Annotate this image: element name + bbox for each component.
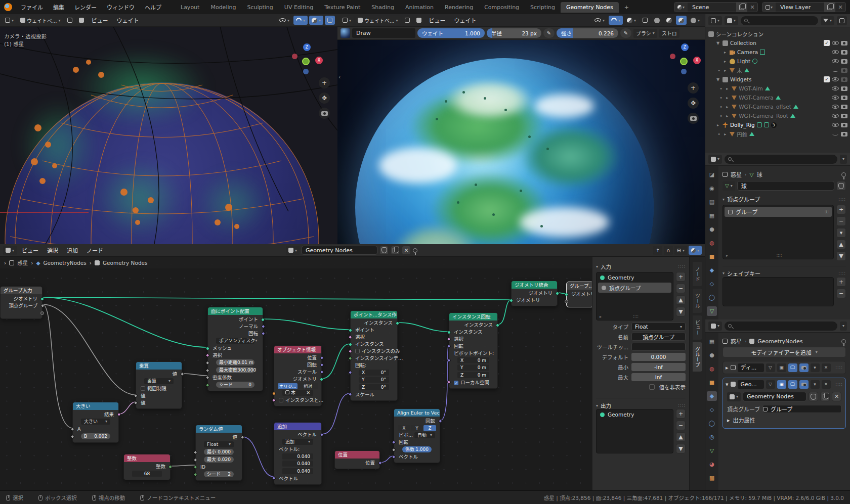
outliner-row-wgt-camera[interactable]: •▸WGT-Camera — [708, 93, 850, 102]
input-vertex-group-field[interactable]: グループ — [762, 405, 841, 413]
vertex-groups-panel-header[interactable]: ▾頂点グループ:::: — [722, 194, 846, 205]
unlink-button[interactable]: ✕ — [402, 246, 411, 255]
tab-animation[interactable]: Animation — [400, 2, 439, 13]
output-geometry-item[interactable]: Geometry — [597, 409, 673, 420]
tab-world[interactable]: ◍ — [707, 238, 717, 248]
tab-modifiers[interactable]: ◆ — [707, 391, 717, 401]
expand-icon[interactable]: ▸ — [726, 364, 729, 371]
exclude-checkbox[interactable]: ✓ — [824, 76, 830, 82]
eye-icon[interactable] — [832, 59, 839, 63]
socket-geometry-out[interactable] — [320, 378, 323, 381]
eye-icon[interactable] — [832, 77, 839, 81]
outliner-row-cone[interactable]: •▸円錐 — [708, 129, 850, 139]
tab-tool[interactable]: ツール — [693, 289, 702, 313]
fake-user-button[interactable] — [379, 246, 389, 255]
mesh-data-dropdown[interactable]: ▽▾ — [722, 181, 735, 191]
output-attributes-expand[interactable]: ▸ — [727, 417, 730, 424]
tooltip-field[interactable] — [631, 343, 686, 351]
eye-icon[interactable] — [832, 105, 839, 109]
eye-icon[interactable] — [832, 123, 839, 127]
axis-x-neg[interactable] — [670, 54, 675, 59]
min-value-field[interactable]: -inf — [631, 363, 686, 371]
remove-vertex-group-button[interactable]: − — [836, 216, 846, 226]
view-layer-name[interactable]: View Layer — [776, 4, 824, 11]
socket-object-in[interactable] — [272, 392, 276, 395]
realtime-toggle[interactable]: 🖵 — [788, 380, 797, 389]
tab-layout[interactable]: Layout — [175, 2, 205, 13]
breadcrumb-object[interactable]: 惑星 — [731, 170, 742, 178]
tab-object-data[interactable]: ▽ — [707, 446, 717, 455]
xray-toggle[interactable] — [640, 16, 650, 25]
pin-icon[interactable] — [841, 339, 846, 344]
strength-slider[interactable]: 強さ0.226 — [557, 28, 618, 38]
menu-view[interactable]: ビュー — [426, 16, 449, 24]
tab-object[interactable]: ■ — [707, 252, 717, 261]
tab-uv-editing[interactable]: UV Editing — [279, 2, 319, 13]
menu-render[interactable]: レンダー — [70, 2, 101, 13]
axis-z[interactable]: Z — [681, 43, 689, 51]
tab-render[interactable]: ◉ — [707, 184, 717, 193]
node-position[interactable]: 位置 位置 — [334, 450, 380, 469]
node-rotate-instances[interactable]: インスタンス回転 インスタンス インスタンス 選択 回転 ピボットポイント: X… — [449, 312, 498, 389]
socket-integer-out[interactable] — [168, 465, 172, 469]
tab-material[interactable]: ◕ — [707, 460, 717, 469]
scene-name[interactable]: Scene — [688, 4, 736, 11]
modifier-delete-button[interactable]: ✕ — [822, 363, 831, 372]
falloff-dropdown[interactable]: ▾ — [293, 16, 308, 25]
input-panel-header[interactable]: ▾入力:::: — [596, 261, 686, 272]
tab-particles[interactable]: ◇ — [707, 279, 717, 289]
visibility-dropdown[interactable]: ▾ — [592, 16, 607, 25]
modifier-name-field[interactable]: Geo... — [738, 380, 764, 389]
tab-texture-paint[interactable]: Texture Paint — [319, 2, 366, 13]
menu-add[interactable]: 追加 — [63, 246, 81, 254]
view-layer-icon[interactable]: ▾ — [762, 3, 776, 12]
paint-mask-vertex-button[interactable] — [76, 16, 87, 25]
axis-z[interactable]: Z — [303, 43, 311, 51]
weight-slider[interactable]: ウェイト1.000 — [417, 28, 485, 38]
render-visibility-off-icon[interactable] — [841, 68, 847, 73]
falloff-dropdown[interactable]: ▾ — [609, 16, 623, 25]
tab-tool[interactable]: ◪ — [707, 170, 717, 179]
unlink-node-group-button[interactable]: ✕ — [832, 392, 841, 401]
mode-dropdown[interactable]: ウェイトベ...▾ — [355, 16, 401, 25]
display-mode-dropdown[interactable]: ▾ — [708, 16, 722, 25]
tab-compositing[interactable]: Compositing — [479, 2, 525, 13]
outliner-row-light[interactable]: ▸Light — [708, 57, 850, 66]
socket-geometry-out[interactable] — [40, 297, 44, 301]
vertex-group-specials-menu[interactable]: ▾ — [836, 228, 846, 238]
node-align-euler-to-vector[interactable]: Align Euler to Vecto 回転 XYZ ピボ...自動▾ 回転 … — [394, 408, 440, 463]
strength-pressure-icon[interactable]: ✎ — [620, 28, 631, 38]
outliner-row-wgt-camera-root[interactable]: •▸WGT-Camera_Root — [708, 111, 850, 120]
copy-node-group-button[interactable] — [820, 392, 830, 401]
filter-collection-dropdown[interactable]: ▾ — [725, 16, 738, 25]
render-visibility-icon[interactable] — [841, 96, 847, 100]
move-up-button[interactable]: ▲ — [676, 432, 686, 442]
menu-view[interactable]: ビュー — [88, 16, 112, 24]
axis-y-button[interactable]: Y — [411, 425, 423, 431]
node-object-info[interactable]: オブジェクト情報 位置 回転 スケール ジオメトリ オリジ...相対 木✕ イン… — [274, 345, 322, 406]
properties-options-dropdown[interactable]: ▾ — [840, 155, 847, 164]
tab-physics[interactable]: ◯ — [707, 419, 717, 428]
tab-constraints[interactable]: ◎ — [707, 432, 717, 442]
socket-points-out[interactable] — [261, 318, 265, 322]
axis-y[interactable] — [302, 58, 310, 65]
menu-weight[interactable]: ウェイト — [451, 16, 480, 24]
zoom-icon[interactable]: + — [688, 82, 699, 94]
socket-instances-out[interactable] — [496, 324, 499, 327]
scene-copy-button[interactable] — [736, 3, 747, 12]
breadcrumb-modifier[interactable]: GeometryNodes — [757, 338, 802, 345]
menu-edit[interactable]: 編集 — [49, 2, 69, 13]
move-up-button[interactable]: ▲ — [836, 240, 846, 249]
node-join-geometry[interactable]: ジオメトリ統合 ジオメトリ ジオメトリ — [511, 281, 558, 306]
move-down-button[interactable]: ▼ — [676, 307, 686, 316]
modifier-extras-menu[interactable]: ▾ — [811, 363, 820, 372]
outliner-row-widgets[interactable]: ▼Widgets✓ — [708, 75, 850, 84]
hide-value-checkbox[interactable] — [649, 384, 655, 390]
input-geometry-item[interactable]: Geometry — [597, 272, 673, 283]
node-vector-add[interactable]: 追加 ベクトル 追加▾ ベクトル: 0.040 0.040 0.040 ベクトル — [274, 422, 322, 485]
scene-collection-row[interactable]: シーンコレクション — [708, 29, 850, 38]
tab-rendering[interactable]: Rendering — [439, 2, 479, 13]
fake-user-button[interactable] — [809, 392, 818, 401]
render-visibility-icon[interactable] — [841, 114, 847, 118]
default-value-field[interactable]: 0.000 — [631, 353, 686, 361]
